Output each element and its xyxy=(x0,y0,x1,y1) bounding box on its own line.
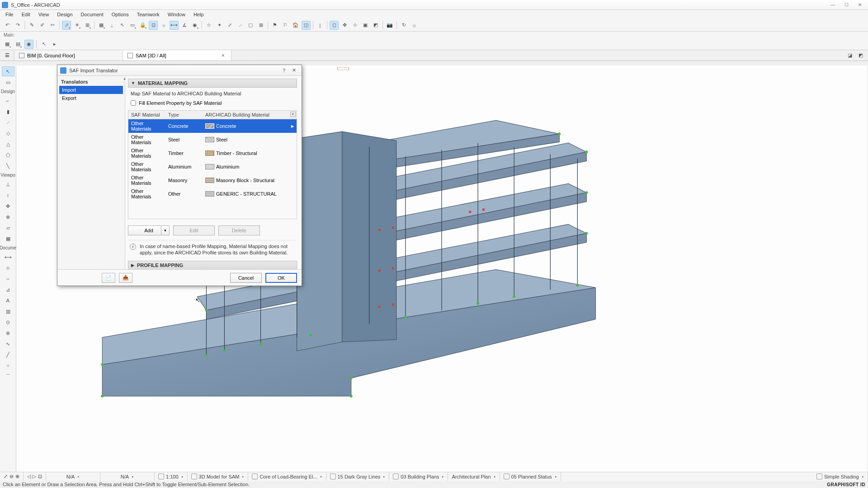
column-tool-icon[interactable]: ▮ xyxy=(2,107,14,117)
text2-tool-icon[interactable]: A xyxy=(2,296,14,305)
perspective-icon[interactable]: ◪ xyxy=(845,51,854,60)
move-icon[interactable]: ✥ xyxy=(340,21,349,30)
tabs-menu-icon[interactable]: ☰ xyxy=(0,50,14,61)
cell-archicad[interactable]: Concrete▶ xyxy=(203,122,297,130)
box2-icon[interactable]: ▣ xyxy=(361,21,370,30)
fill-property-checkbox[interactable] xyxy=(131,100,136,106)
status-scale[interactable]: 1:100▸ xyxy=(155,472,188,481)
cell-archicad[interactable]: GENERIC - STRUCTURAL xyxy=(203,190,297,197)
text-tool-icon[interactable]: ⟷ xyxy=(2,252,14,262)
dropper-icon[interactable]: ✐ xyxy=(38,21,47,30)
cursor-icon[interactable]: ↖ xyxy=(118,21,127,30)
lock-icon[interactable]: 🔒 xyxy=(138,21,147,30)
flag-icon[interactable]: ⚑ xyxy=(270,21,279,30)
undo-icon[interactable]: ↶ xyxy=(3,21,12,30)
cell-archicad[interactable]: Aluminium xyxy=(203,163,297,170)
material-row[interactable]: Other MaterialsAluminiumAluminium xyxy=(128,160,297,174)
menu-view[interactable]: View xyxy=(35,11,53,18)
status-plans[interactable]: 03 Building Plans▸ xyxy=(389,472,448,481)
menu-help[interactable]: Help xyxy=(190,11,208,18)
fill-tool-icon[interactable]: ▥ xyxy=(2,306,14,316)
interior-tool-icon[interactable]: ▦ xyxy=(2,234,14,244)
minimize-button[interactable]: — xyxy=(826,1,839,9)
box-icon[interactable]: ◻ xyxy=(330,21,339,30)
detail-tool-icon[interactable]: ✥ xyxy=(2,201,14,211)
pointer2-icon[interactable]: ▸ xyxy=(50,40,59,49)
status-shading[interactable]: Simple Shading▸ xyxy=(813,472,868,481)
fit-icon[interactable]: ⊡ xyxy=(38,474,42,479)
camera-tool-icon[interactable]: ▱ xyxy=(2,223,14,233)
menu-options[interactable]: Options xyxy=(108,11,132,18)
axis-icon[interactable]: ⊹ xyxy=(350,21,359,30)
import-settings-button[interactable]: 📄 xyxy=(102,273,115,283)
ruler-icon[interactable]: ⟂ xyxy=(107,21,116,30)
refresh-icon[interactable]: ↻ xyxy=(399,21,408,30)
close-button[interactable]: ✕ xyxy=(854,1,866,9)
rect-icon[interactable]: ▭ xyxy=(128,21,137,30)
angle-icon[interactable]: ∡ xyxy=(180,21,189,30)
ok-button[interactable]: OK xyxy=(265,273,297,283)
dimension-tool-icon[interactable]: ↔ xyxy=(2,274,14,284)
syringe-icon[interactable]: ✏ xyxy=(48,21,57,30)
dialog-close-button[interactable]: ✕ xyxy=(289,66,299,75)
tab-sam[interactable]: SAM [3D / All] × xyxy=(123,50,231,61)
export-settings-button[interactable]: 📤 xyxy=(119,273,132,283)
shape-icon[interactable]: ◉ xyxy=(190,21,199,30)
flag2-icon[interactable]: ⚐ xyxy=(281,21,290,30)
window-icon[interactable]: ⊞ xyxy=(256,21,265,30)
slab-tool-icon[interactable]: ◇ xyxy=(2,128,14,138)
status-planned[interactable]: 05 Planned Status▸ xyxy=(500,472,561,481)
link-icon[interactable]: ⤢ xyxy=(225,21,234,30)
grid-icon[interactable]: ▦ xyxy=(97,21,106,30)
beam-tool-icon[interactable]: ⟋ xyxy=(2,117,14,127)
measure-icon[interactable]: ⟐ xyxy=(159,21,168,30)
menu-design[interactable]: Design xyxy=(53,11,76,18)
label-tool-icon[interactable]: ⊹ xyxy=(2,263,14,273)
arrow-mode-icon[interactable]: ⬀ xyxy=(62,21,71,30)
add-dropdown-icon[interactable]: ▼ xyxy=(161,226,169,235)
spline-tool-icon[interactable]: ∿ xyxy=(2,339,14,349)
arc-tool-icon[interactable]: ⌒ xyxy=(2,371,14,381)
snap-mode-icon[interactable]: ✳ xyxy=(72,21,81,30)
open-doc-icon[interactable]: ▤ xyxy=(14,40,23,49)
material-mapping-header[interactable]: ▼ MATERIAL MAPPING xyxy=(128,79,297,88)
prev-view-icon[interactable]: ◁ xyxy=(27,474,31,479)
level-tool-icon[interactable]: ⊿ xyxy=(2,285,14,295)
dimension-icon[interactable]: ⟷ xyxy=(170,21,179,30)
hotspot-tool-icon[interactable]: ⊗ xyxy=(2,328,14,338)
rect2-icon[interactable]: ▢ xyxy=(246,21,255,30)
home-icon[interactable]: 🏠 xyxy=(291,21,300,30)
zoom-tools[interactable]: ⤢ ⊖ ⊕ xyxy=(0,472,24,481)
dropdown-icon[interactable]: ▶ xyxy=(291,124,294,128)
material-row[interactable]: Other MaterialsSteelSteel xyxy=(128,133,297,146)
dialog-help-button[interactable]: ? xyxy=(279,66,289,75)
new-doc-icon[interactable]: ▦ xyxy=(3,40,12,49)
menu-document[interactable]: Document xyxy=(77,11,107,18)
profile-mapping-header[interactable]: ▶ PROFILE MAPPING xyxy=(128,261,297,269)
tab-bim[interactable]: BIM [0. Ground Floor] xyxy=(14,50,123,61)
section-tool-icon[interactable]: ⊥ xyxy=(2,179,14,189)
translators-export[interactable]: Export xyxy=(59,94,123,102)
menu-teamwork[interactable]: Teamwork xyxy=(133,11,163,18)
sun-icon[interactable]: ☼ xyxy=(410,21,419,30)
roof-tool-icon[interactable]: △ xyxy=(2,139,14,149)
elevation-tool-icon[interactable]: ↕ xyxy=(2,190,14,200)
cell-archicad[interactable]: Steel xyxy=(203,136,297,143)
guide-mode-icon[interactable]: ⊞ xyxy=(83,21,92,30)
magic-icon[interactable]: ✦ xyxy=(215,21,224,30)
save-doc-icon[interactable]: ◉ xyxy=(24,40,33,49)
delete-button[interactable]: Delete xyxy=(218,225,260,235)
redo-icon[interactable]: ↷ xyxy=(13,21,22,30)
zoom-in-icon[interactable]: ⊕ xyxy=(15,474,19,479)
maximize-button[interactable]: ☐ xyxy=(840,1,853,9)
add-row-icon[interactable]: + xyxy=(290,112,296,117)
zoom-extents-icon[interactable]: ⤢ xyxy=(4,474,8,479)
worksheet-tool-icon[interactable]: ⊕ xyxy=(2,212,14,222)
material-row[interactable]: Other MaterialsMasonryMasonry Block - St… xyxy=(128,174,297,187)
add-button[interactable]: Add ▼ xyxy=(128,225,170,235)
next-view-icon[interactable]: ▷ xyxy=(33,474,36,479)
axon-icon[interactable]: ◩ xyxy=(856,51,865,60)
menu-window[interactable]: Window xyxy=(164,11,189,18)
circle-tool-icon[interactable]: ○ xyxy=(2,361,14,371)
marquee-tool-icon[interactable]: ▭ xyxy=(2,77,14,87)
